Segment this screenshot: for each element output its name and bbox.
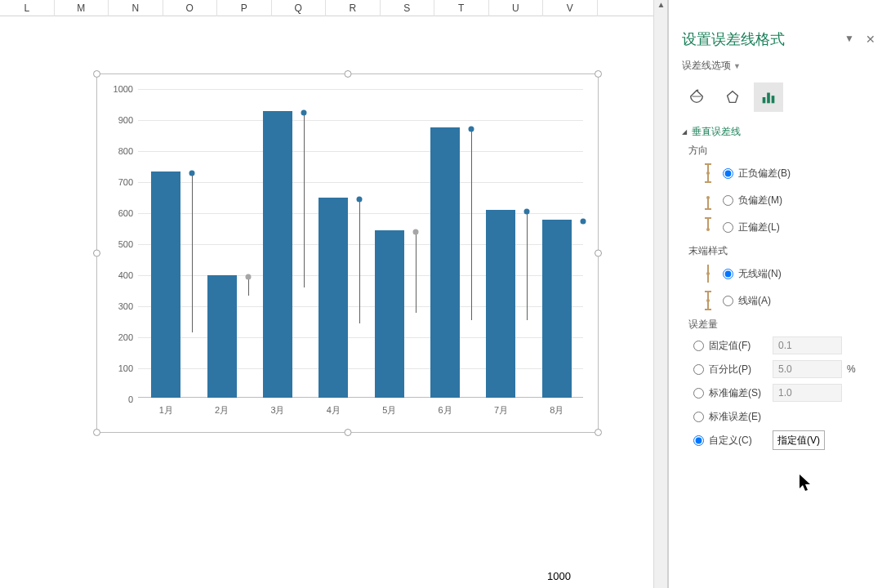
svg-rect-3 [772, 96, 775, 103]
svg-point-19 [706, 299, 710, 302]
chart-bar[interactable] [207, 275, 237, 398]
amount-fixed-input[interactable] [773, 336, 842, 354]
y-tick-label: 300 [105, 301, 133, 311]
amount-fixed-radio[interactable] [693, 341, 704, 351]
col-header[interactable]: V [543, 0, 598, 16]
error-bar-marker[interactable] [245, 274, 251, 279]
errorbar-options-tab[interactable] [754, 82, 783, 112]
endstyle-cap-radio[interactable]: 线端(A) [723, 294, 771, 308]
resize-handle[interactable] [93, 70, 100, 78]
direction-plus-icon [693, 216, 723, 238]
chart-bar[interactable] [375, 230, 404, 398]
col-header[interactable]: T [434, 0, 489, 16]
error-bar[interactable] [192, 173, 193, 333]
col-header[interactable]: N [109, 0, 163, 16]
y-tick-label: 200 [105, 332, 133, 342]
error-bar-marker[interactable] [357, 196, 363, 202]
amount-stdev-label: 标准偏差(S) [709, 386, 773, 400]
col-header[interactable]: Q [272, 0, 327, 16]
amount-pct-input[interactable] [773, 360, 842, 378]
y-tick-label: 0 [105, 394, 133, 404]
chart-bar[interactable] [542, 220, 572, 399]
error-bar[interactable] [527, 212, 528, 320]
vertical-errorbar-section[interactable]: ◢ 垂直误差线 [682, 125, 872, 139]
x-tick-label: 1月 [159, 404, 173, 416]
vertical-scrollbar[interactable]: ▲ [653, 0, 667, 588]
amount-stderr-radio[interactable] [693, 412, 704, 422]
fill-line-tab[interactable] [682, 82, 711, 112]
y-tick-label: 400 [105, 270, 133, 280]
amount-custom-radio[interactable] [693, 435, 704, 446]
chart-bar[interactable] [263, 111, 292, 399]
endstyle-none-radio[interactable]: 无线端(N) [723, 267, 782, 281]
chart-bar[interactable] [151, 172, 180, 398]
direction-minus-radio[interactable]: 负偏差(M) [723, 194, 782, 207]
errorbar-options-label: 误差线选项 [682, 60, 731, 71]
embedded-chart[interactable]: 010020030040050060070080090010001月2月3月4月… [96, 74, 599, 433]
resize-handle[interactable] [93, 250, 100, 257]
y-tick-label: 1000 [105, 84, 133, 94]
svg-point-10 [706, 196, 710, 199]
resize-handle[interactable] [595, 429, 602, 436]
plot-area[interactable]: 010020030040050060070080090010001月2月3月4月… [138, 89, 583, 398]
col-header[interactable]: U [489, 0, 544, 16]
col-header[interactable]: M [55, 0, 109, 16]
y-tick-label: 600 [105, 208, 133, 218]
resize-handle[interactable] [344, 429, 351, 436]
amount-fixed-label: 固定值(F) [709, 339, 773, 353]
col-header[interactable]: L [0, 0, 55, 16]
amount-stdev-input[interactable] [773, 384, 842, 402]
col-header[interactable]: R [326, 0, 381, 16]
error-bar-marker[interactable] [469, 127, 474, 132]
amount-pct-radio[interactable] [693, 364, 704, 375]
col-header[interactable]: P [217, 0, 272, 16]
percent-unit: % [847, 363, 856, 375]
specify-value-button[interactable]: 指定值(V) [773, 430, 825, 450]
gridline [138, 275, 583, 276]
format-error-bars-pane: ▼ ✕ 设置误差线格式 误差线选项▼ ◢ 垂直误差线 方向 正负偏差(B) 负偏… [669, 0, 882, 588]
error-bar[interactable] [359, 199, 360, 323]
chart-bar[interactable] [318, 198, 348, 398]
gridline [138, 306, 583, 307]
resize-handle[interactable] [595, 250, 602, 257]
error-bar[interactable] [471, 129, 472, 320]
section-caret-icon: ◢ [682, 128, 687, 136]
y-tick-label: 500 [105, 239, 133, 249]
chart-bar[interactable] [486, 210, 515, 398]
errorbar-options-dropdown[interactable]: 误差线选项▼ [682, 59, 872, 73]
amount-stdev-radio[interactable] [693, 388, 704, 399]
gridline [138, 182, 583, 183]
gridline [138, 337, 583, 338]
column-header-row: L M N O P Q R S T U V [0, 0, 653, 16]
svg-rect-1 [763, 97, 766, 103]
error-bar-marker[interactable] [524, 209, 530, 215]
error-bar[interactable] [304, 113, 305, 288]
x-tick-label: 7月 [494, 404, 508, 416]
resize-handle[interactable] [93, 429, 100, 436]
y-tick-label: 100 [105, 363, 133, 373]
pane-dropdown-icon[interactable]: ▼ [844, 33, 854, 44]
amount-custom-label: 自定义(C) [709, 434, 773, 448]
gridline [138, 244, 583, 245]
resize-handle[interactable] [595, 70, 602, 78]
error-bar-marker[interactable] [580, 218, 586, 224]
effects-tab[interactable] [718, 82, 747, 112]
x-tick-label: 8月 [550, 404, 564, 416]
resize-handle[interactable] [344, 70, 351, 78]
error-bar-marker[interactable] [412, 229, 418, 234]
error-bar-marker[interactable] [189, 170, 195, 176]
y-tick-label: 800 [105, 146, 133, 156]
direction-plus-radio[interactable]: 正偏差(L) [723, 220, 780, 234]
direction-both-radio[interactable]: 正负偏差(B) [723, 167, 791, 180]
amount-stderr-label: 标准误差(E) [709, 410, 773, 424]
close-icon[interactable]: ✕ [866, 33, 875, 46]
col-header[interactable]: O [163, 0, 218, 16]
gridline [138, 89, 583, 90]
error-bar[interactable] [416, 232, 416, 313]
svg-rect-2 [767, 93, 770, 104]
col-header[interactable]: S [381, 0, 435, 16]
chart-bar[interactable] [430, 127, 460, 398]
error-bar-marker[interactable] [301, 109, 306, 115]
gridline [138, 368, 583, 369]
scroll-up-icon[interactable]: ▲ [654, 0, 668, 14]
